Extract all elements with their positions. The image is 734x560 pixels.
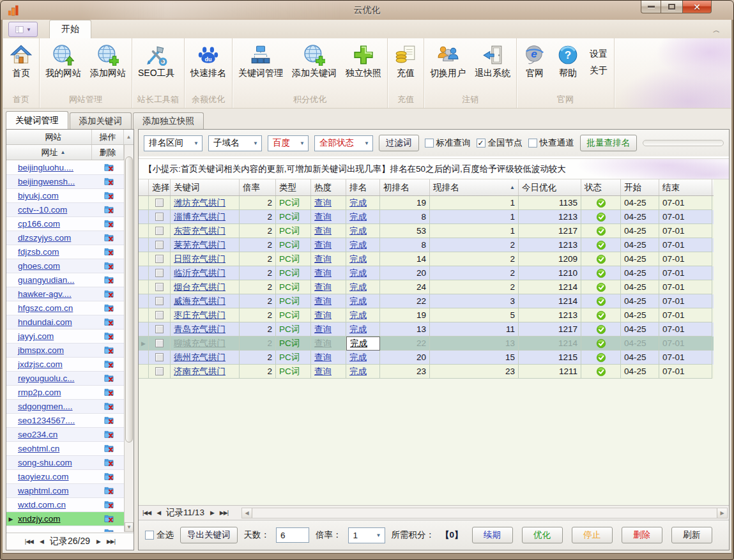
delete-site-button[interactable] <box>93 247 124 257</box>
keyword-link[interactable]: 聊城充气拱门 <box>174 338 226 349</box>
row-checkbox-cell[interactable] <box>149 308 171 322</box>
rank-cell[interactable]: 完成 <box>346 365 380 379</box>
delete-site-button[interactable] <box>93 416 124 425</box>
grid-last-page-icon[interactable]: ▶▶| <box>220 510 228 516</box>
batch-rank-button[interactable]: 批量查排名 <box>580 135 638 151</box>
delete-site-button[interactable] <box>93 402 124 411</box>
rank-link[interactable]: 完成 <box>349 324 367 335</box>
action-button-刷新[interactable]: 刷新 <box>671 527 712 543</box>
keyword-cell[interactable]: 烟台充气拱门 <box>171 280 240 294</box>
checkbox-icon[interactable] <box>155 227 164 235</box>
keyword-row[interactable]: 临沂充气拱门2PC词查询完成202121004-2507-01 <box>139 266 714 280</box>
site-link[interactable]: jxdzjsc.com <box>15 359 93 369</box>
rank-cell[interactable]: 完成 <box>346 210 380 224</box>
keyword-cell[interactable]: 聊城充气拱门 <box>171 337 240 351</box>
next-page-icon[interactable]: ▶ <box>96 538 100 545</box>
keyword-cell[interactable]: 东营充气拱门 <box>171 224 240 238</box>
site-row[interactable]: fdjzsb.com <box>6 245 124 259</box>
col-site[interactable]: 网站 <box>15 130 92 144</box>
site-link[interactable]: reyouguolu.c... <box>15 374 93 383</box>
action-button-续期[interactable]: 续期 <box>472 527 513 543</box>
rank-link[interactable]: 完成 <box>349 254 367 265</box>
heat-cell[interactable]: 查询 <box>311 280 346 294</box>
delete-site-button[interactable] <box>93 331 124 341</box>
heat-link[interactable]: 查询 <box>314 324 332 335</box>
grid-col-开始[interactable]: 开始 <box>621 179 659 195</box>
grid-col-状态[interactable]: 状态 <box>581 179 621 195</box>
checkbox-icon[interactable] <box>155 269 164 277</box>
keyword-cell[interactable]: 淄博充气拱门 <box>171 210 240 224</box>
ribbon-text-button-设置[interactable]: 设置 <box>590 49 608 60</box>
delete-site-button[interactable] <box>93 191 124 201</box>
row-checkbox-cell[interactable] <box>149 266 171 280</box>
checkbox-icon[interactable] <box>155 367 164 375</box>
delete-site-button[interactable] <box>93 514 124 524</box>
select-all-checkbox[interactable]: 全选 <box>145 529 174 541</box>
delete-site-button[interactable] <box>93 303 124 313</box>
row-checkbox-cell[interactable] <box>149 238 171 252</box>
rank-cell[interactable]: 完成 <box>346 294 380 308</box>
site-link[interactable]: jbmspx.com <box>15 345 93 355</box>
heat-link[interactable]: 查询 <box>314 310 332 321</box>
keyword-link[interactable]: 德州充气拱门 <box>174 352 226 363</box>
keyword-row[interactable]: ▶聊城充气拱门2PC词查询完成2213121404-2507-01 <box>139 337 714 351</box>
heat-cell[interactable]: 查询 <box>311 365 346 379</box>
site-link[interactable]: biyukj.com <box>15 191 93 201</box>
rank-link[interactable]: 完成 <box>349 225 367 237</box>
site-link[interactable]: fdjzsb.com <box>15 247 93 257</box>
rank-link[interactable]: 完成 <box>349 310 367 321</box>
row-checkbox-cell[interactable] <box>149 224 171 238</box>
grid-col-排名[interactable]: 排名 <box>346 179 380 195</box>
delete-site-button[interactable] <box>93 275 124 285</box>
days-input[interactable]: 6 <box>276 527 309 543</box>
site-link[interactable]: dlzszyjys.com <box>15 233 93 243</box>
site-link[interactable]: wxtd.com.cn <box>15 500 93 510</box>
grid-col-结束[interactable]: 结束 <box>659 179 712 195</box>
keyword-cell[interactable]: 德州充气拱门 <box>171 351 240 365</box>
filter-select-百度[interactable]: 百度▼ <box>268 135 309 151</box>
keyword-link[interactable]: 临沂充气拱门 <box>174 268 226 279</box>
keyword-link[interactable]: 潍坊充气拱门 <box>174 197 226 209</box>
keyword-link[interactable]: 东营充气拱门 <box>174 225 226 237</box>
scroll-down-icon[interactable]: ▼ <box>125 522 134 532</box>
site-row[interactable]: reyouguolu.c... <box>6 372 124 386</box>
delete-site-button[interactable] <box>93 430 124 439</box>
keyword-link[interactable]: 枣庄充气拱门 <box>174 310 226 321</box>
action-button-删除[interactable]: 删除 <box>622 527 662 543</box>
grid-first-page-icon[interactable]: |◀◀ <box>142 510 151 516</box>
checkbox-icon[interactable] <box>155 325 164 333</box>
grid-prev-page-icon[interactable]: ◀ <box>157 510 160 516</box>
row-checkbox-cell[interactable] <box>149 294 171 308</box>
site-link[interactable]: guangyudian... <box>15 275 93 285</box>
heat-link[interactable]: 查询 <box>314 296 332 307</box>
rank-cell[interactable]: 完成 <box>346 351 380 365</box>
hscroll-right-icon[interactable]: ▶ <box>717 508 727 518</box>
heat-link[interactable]: 查询 <box>314 366 332 377</box>
delete-site-button[interactable] <box>93 486 124 496</box>
ribbon-button-SEO工具[interactable]: SEO工具 <box>134 41 180 80</box>
heat-link[interactable]: 查询 <box>314 282 332 293</box>
delete-site-button[interactable] <box>93 163 124 172</box>
site-link[interactable]: ghoes.com <box>15 261 93 271</box>
keyword-link[interactable]: 莱芜充气拱门 <box>174 239 226 251</box>
row-checkbox-cell[interactable] <box>149 365 171 379</box>
site-link[interactable]: xndzjy.com <box>15 514 93 524</box>
heat-cell[interactable]: 查询 <box>311 294 346 308</box>
rank-link[interactable]: 完成 <box>350 338 367 349</box>
title-bar[interactable]: 云优化 ✕ <box>1 1 733 20</box>
minimize-button[interactable] <box>641 1 661 13</box>
doc-tab-添加关键词[interactable]: 添加关键词 <box>70 112 132 129</box>
site-row[interactable]: ▶xndzjy.com <box>6 512 124 526</box>
site-link[interactable]: seo234.cn <box>15 430 93 439</box>
grid-col-现排名[interactable]: 现排名▲ <box>430 179 519 195</box>
ribbon-button-独立快照[interactable]: 独立快照 <box>341 41 386 80</box>
site-row[interactable]: sdgongmen.... <box>6 400 124 414</box>
heat-link[interactable]: 查询 <box>314 352 332 363</box>
keyword-cell[interactable]: 济南充气拱门 <box>171 365 240 379</box>
delete-site-button[interactable] <box>93 458 124 467</box>
keyword-cell[interactable]: 潍坊充气拱门 <box>171 196 240 210</box>
site-row[interactable]: seo234.cn <box>6 428 124 442</box>
ribbon-button-首页[interactable]: 首页 <box>4 41 38 80</box>
ribbon-button-关键词管理[interactable]: 关键词管理 <box>234 41 287 80</box>
keyword-cell[interactable]: 威海充气拱门 <box>171 294 240 308</box>
